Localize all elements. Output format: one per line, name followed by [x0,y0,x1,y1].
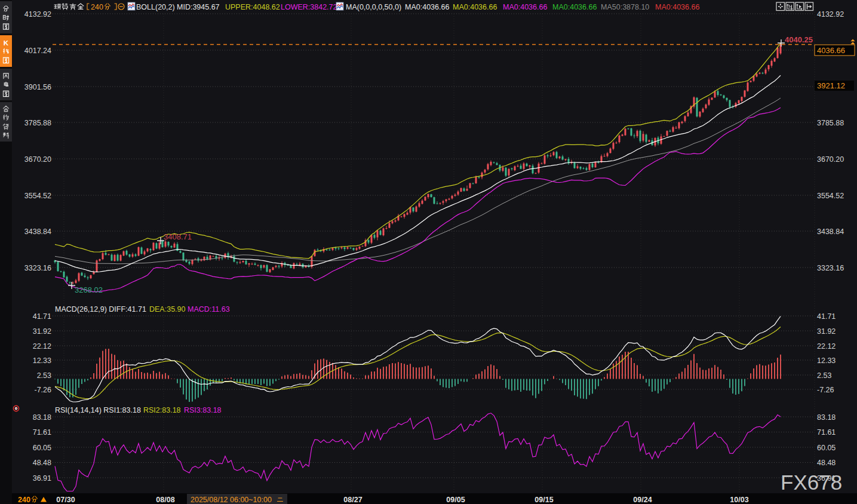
svg-text:22.12: 22.12 [817,342,836,351]
svg-text:MID:3945.67: MID:3945.67 [177,3,220,11]
svg-text:BOLL(20,2): BOLL(20,2) [136,3,175,11]
svg-text:MA50:3878.10: MA50:3878.10 [601,3,649,11]
svg-text:2025/08/12 06:00~10:00: 2025/08/12 06:00~10:00 [191,496,272,504]
svg-text:UPPER:4048.62: UPPER:4048.62 [225,3,280,11]
svg-text:71.61: 71.61 [33,428,51,437]
svg-text:3901.56: 3901.56 [24,83,51,91]
svg-text:-7.26: -7.26 [35,386,52,394]
svg-text:71.61: 71.61 [817,428,836,437]
svg-text:12.33: 12.33 [33,357,51,365]
svg-text:3268.02: 3268.02 [75,285,103,294]
svg-text:10/03: 10/03 [730,496,748,504]
svg-text:MACD(26,12,9) DIFF:41.71: MACD(26,12,9) DIFF:41.71 [55,305,146,314]
svg-text:08/27: 08/27 [343,496,362,504]
svg-text:12.33: 12.33 [817,357,836,365]
svg-text:36.91: 36.91 [33,474,51,483]
svg-text:09/24: 09/24 [633,496,652,504]
svg-text:3785.88: 3785.88 [817,119,844,127]
svg-text:-7.26: -7.26 [817,386,834,394]
svg-text:RSI2:83.18: RSI2:83.18 [143,406,181,414]
svg-text:RSI3:83.18: RSI3:83.18 [184,406,222,414]
svg-text:3670.20: 3670.20 [817,155,844,164]
svg-text:3408.71: 3408.71 [164,232,192,241]
svg-text:60.05: 60.05 [33,444,51,452]
svg-text:31.92: 31.92 [33,327,51,336]
svg-text:MA0:4036.66: MA0:4036.66 [552,3,597,11]
svg-text:31.92: 31.92 [817,327,836,336]
svg-text:MACD:11.63: MACD:11.63 [188,305,230,314]
svg-text:48.48: 48.48 [817,459,836,467]
svg-text:240: 240 [18,496,30,504]
svg-text:09/05: 09/05 [446,496,465,504]
svg-text:4132.92: 4132.92 [817,10,844,19]
svg-text:22.12: 22.12 [33,342,51,351]
svg-text:3785.88: 3785.88 [24,119,51,127]
svg-text:3323.16: 3323.16 [817,264,844,272]
svg-text:3921.12: 3921.12 [817,81,845,90]
svg-text:09/15: 09/15 [535,496,553,504]
svg-text:240: 240 [91,3,103,11]
svg-text:48.48: 48.48 [33,459,51,467]
svg-text:MA0:4036.66: MA0:4036.66 [503,3,547,11]
svg-text:83.18: 83.18 [817,413,836,422]
svg-text:2.53: 2.53 [817,371,831,380]
svg-text:DEA:35.90: DEA:35.90 [149,305,186,314]
svg-text:4040.25: 4040.25 [785,35,813,44]
svg-text:07/30: 07/30 [56,496,75,504]
svg-text:MA(0,0,0,0,50,0): MA(0,0,0,0,50,0) [346,3,401,11]
svg-text:4132.92: 4132.92 [24,10,51,19]
svg-text:RSI(14,14,14) RSI1:83.18: RSI(14,14,14) RSI1:83.18 [55,406,141,414]
svg-text:2.53: 2.53 [37,371,51,380]
svg-text:FX678: FX678 [781,471,842,494]
svg-text:4036.66: 4036.66 [817,46,845,55]
svg-text:3670.20: 3670.20 [24,155,51,164]
svg-text:LOWER:3842.72: LOWER:3842.72 [281,3,337,11]
svg-text:MA0:4036.66: MA0:4036.66 [655,3,699,11]
svg-text:3438.84: 3438.84 [817,228,844,236]
svg-text:3438.84: 3438.84 [24,228,51,236]
svg-text:83.18: 83.18 [33,413,51,422]
svg-text:3554.52: 3554.52 [24,192,51,200]
svg-text:4017.24: 4017.24 [24,47,51,55]
svg-text:41.71: 41.71 [817,312,836,321]
svg-text:3323.16: 3323.16 [24,264,51,272]
svg-text:MA0:4036.66: MA0:4036.66 [453,3,497,11]
svg-text:K: K [4,39,9,47]
svg-text:MA0:4036.66: MA0:4036.66 [405,3,449,11]
svg-text:3554.52: 3554.52 [817,192,844,200]
svg-text:41.71: 41.71 [33,312,51,321]
svg-text:60.05: 60.05 [817,444,836,452]
svg-text:08/08: 08/08 [156,496,174,504]
